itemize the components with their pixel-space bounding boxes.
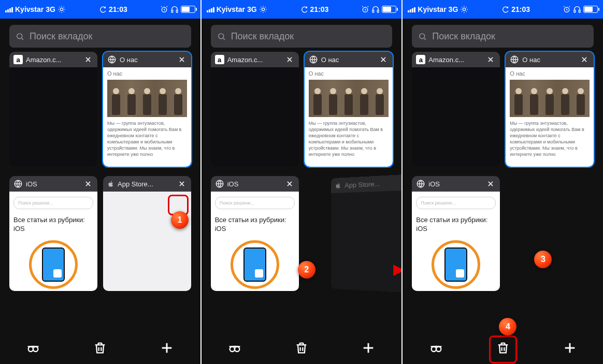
search-placeholder: Поиск вкладок bbox=[30, 31, 92, 42]
battery-icon bbox=[583, 6, 598, 13]
about-desc: Мы — группа энтузиастов, одержимых идеей… bbox=[510, 120, 590, 157]
search-icon bbox=[418, 32, 427, 41]
carrier-label: Kyivstar bbox=[418, 5, 446, 13]
globe-icon bbox=[13, 179, 23, 188]
sun-icon bbox=[460, 5, 468, 13]
svg-point-24 bbox=[420, 33, 425, 38]
sun-icon bbox=[58, 5, 66, 13]
incognito-button[interactable] bbox=[22, 337, 44, 359]
about-desc: Мы — группа энтузиастов, одержимых идеей… bbox=[309, 120, 389, 157]
tab-preview bbox=[211, 67, 299, 167]
svg-rect-2 bbox=[171, 10, 173, 12]
step-marker-1: 1 bbox=[171, 211, 189, 229]
tab-card-amazon[interactable]: a Amazon.c... bbox=[9, 52, 97, 167]
close-tab-button[interactable] bbox=[579, 54, 590, 65]
tab-card-about[interactable]: О нас О нас Мы — группа энтузиастов, оде… bbox=[103, 52, 191, 167]
svg-rect-11 bbox=[372, 10, 374, 12]
tab-card-ios[interactable]: iOS Поиск решени...Все статьи из рубрики… bbox=[211, 176, 299, 291]
tab-title: iOS bbox=[428, 180, 482, 188]
new-tab-button[interactable] bbox=[357, 337, 379, 359]
alarm-icon bbox=[160, 5, 168, 13]
tab-title: iOS bbox=[227, 180, 281, 188]
about-heading: О нас bbox=[107, 70, 187, 77]
sun-icon bbox=[259, 5, 267, 13]
globe-icon bbox=[416, 179, 425, 188]
signal-icon bbox=[5, 6, 13, 12]
tab-card-amazon[interactable]: aAmazon.c... bbox=[412, 52, 500, 167]
svg-point-16 bbox=[230, 347, 235, 352]
ios-badge-icon bbox=[29, 240, 78, 289]
incognito-button[interactable] bbox=[224, 337, 246, 359]
network-label: 3G bbox=[247, 5, 257, 13]
about-photo bbox=[309, 80, 389, 117]
close-tab-button[interactable] bbox=[83, 179, 93, 189]
tab-header: О нас bbox=[103, 52, 191, 67]
status-time: 21:03 bbox=[98, 5, 127, 13]
tab-preview: Поиск решени...Все статьи из рубрики: iO… bbox=[211, 192, 299, 291]
trash-button[interactable] bbox=[492, 337, 514, 359]
tab-search-input[interactable]: Поиск вкладок bbox=[412, 25, 594, 48]
sync-icon bbox=[501, 5, 509, 13]
about-photo bbox=[107, 80, 187, 117]
tab-preview bbox=[412, 67, 500, 167]
tab-title: О нас bbox=[522, 56, 576, 64]
close-tab-button[interactable] bbox=[177, 179, 187, 189]
tab-title: О нас bbox=[120, 56, 174, 64]
about-heading: О нас bbox=[309, 70, 389, 77]
new-tab-button[interactable] bbox=[559, 337, 581, 359]
tab-card-appstore[interactable]: App Store... bbox=[103, 176, 191, 291]
trash-button[interactable] bbox=[291, 337, 312, 359]
tab-card-amazon[interactable]: aAmazon.c... bbox=[211, 52, 299, 167]
time-label: 21:03 bbox=[511, 5, 530, 13]
close-tab-button[interactable] bbox=[284, 54, 295, 65]
about-heading: О нас bbox=[510, 70, 590, 77]
search-icon bbox=[217, 32, 226, 41]
apple-icon bbox=[107, 180, 114, 188]
svg-point-13 bbox=[219, 33, 224, 38]
tab-search-input[interactable]: Поиск вкладок bbox=[211, 25, 393, 48]
headphones-icon bbox=[170, 5, 179, 13]
tab-card-appstore-dragging[interactable]: App Store... bbox=[331, 173, 401, 293]
globe-icon bbox=[215, 179, 224, 188]
tab-title: Amazon.c... bbox=[227, 56, 281, 64]
close-tab-button[interactable] bbox=[378, 54, 389, 65]
sync-icon bbox=[300, 5, 308, 13]
ios-heading: Все статьи из рубрики: iOS bbox=[13, 215, 93, 233]
close-tab-button[interactable] bbox=[177, 54, 187, 65]
tab-title: iOS bbox=[26, 180, 80, 188]
panel-1: Kyivstar 3G 21:03 Поиск вкладок a Amazon… bbox=[0, 0, 200, 364]
search-placeholder: Поиск вкладок bbox=[432, 31, 495, 42]
sync-icon bbox=[98, 5, 107, 13]
panel-3: Kyivstar 3G 21:03 Поиск вкладок aAmazon.… bbox=[403, 0, 603, 364]
tab-header: App Store... bbox=[103, 176, 191, 192]
status-bar: Kyivstar 3G 21:03 bbox=[0, 0, 200, 19]
svg-point-17 bbox=[235, 347, 239, 352]
status-bar: Kyivstar 3G 21:03 bbox=[403, 0, 603, 19]
trash-button[interactable] bbox=[89, 337, 111, 359]
bottom-toolbar bbox=[202, 332, 402, 364]
ios-heading: Все статьи из рубрики: iOS bbox=[215, 215, 295, 233]
about-desc: Мы — группа энтузиастов, одержимых идеей… bbox=[107, 120, 187, 157]
tab-search-input[interactable]: Поиск вкладок bbox=[9, 25, 191, 48]
headphones-icon bbox=[371, 5, 380, 13]
new-tab-button[interactable] bbox=[156, 337, 178, 359]
tab-preview bbox=[103, 192, 191, 291]
ios-badge-icon bbox=[231, 240, 279, 289]
tab-card-about[interactable]: О нас О насМы — группа энтузиастов, одер… bbox=[305, 52, 393, 167]
close-tab-button[interactable] bbox=[485, 54, 496, 65]
alarm-icon bbox=[361, 5, 369, 13]
ios-search-pill: Поиск решени... bbox=[416, 197, 496, 209]
tab-card-ios[interactable]: iOS Поиск решени...Все статьи из рубрики… bbox=[412, 176, 500, 291]
incognito-button[interactable] bbox=[425, 337, 447, 359]
tab-title: App Store... bbox=[118, 180, 174, 188]
close-tab-button[interactable] bbox=[485, 179, 496, 189]
status-bar: Kyivstar 3G 21:03 bbox=[202, 0, 402, 19]
tab-card-ios[interactable]: iOS Поиск решени... Все статьи из рубрик… bbox=[9, 176, 97, 291]
close-tab-button[interactable] bbox=[83, 54, 93, 65]
bottom-toolbar bbox=[0, 332, 200, 364]
amazon-favicon: a bbox=[13, 55, 23, 64]
tab-card-about[interactable]: О нас О насМы — группа энтузиастов, одер… bbox=[506, 52, 594, 167]
carrier-label: Kyivstar bbox=[15, 5, 44, 13]
close-tab-button[interactable] bbox=[284, 179, 295, 189]
tab-title: App Store... bbox=[344, 179, 401, 189]
